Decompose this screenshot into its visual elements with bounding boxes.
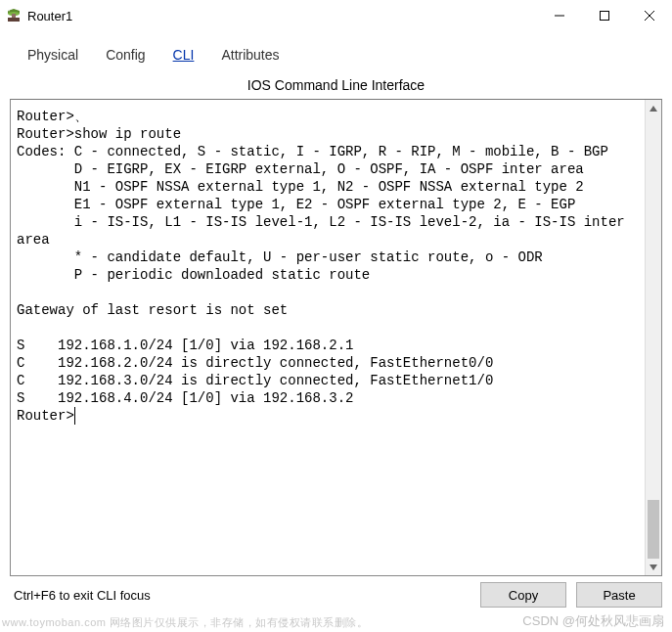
panel-title: IOS Command Line Interface [0, 69, 672, 99]
tab-attributes[interactable]: Attributes [207, 41, 292, 68]
scroll-down-icon[interactable] [646, 559, 661, 575]
copy-button[interactable]: Copy [480, 582, 566, 608]
tab-physical[interactable]: Physical [14, 41, 92, 68]
terminal-cursor [74, 407, 83, 425]
cli-focus-hint: Ctrl+F6 to exit CLI focus [14, 588, 470, 603]
tab-cli[interactable]: CLI [159, 41, 208, 68]
scroll-thumb[interactable] [648, 500, 659, 559]
router-icon [6, 8, 22, 23]
tab-config[interactable]: Config [92, 41, 158, 68]
paste-button[interactable]: Paste [576, 582, 662, 608]
watermark-left: www.toymoban.com 网络图片仅供展示，非存储，如有侵权请联系删除。 [2, 615, 368, 630]
maximize-button[interactable] [582, 0, 627, 31]
window-controls [537, 0, 672, 31]
window-title: Router1 [27, 9, 537, 23]
footer-bar: Ctrl+F6 to exit CLI focus Copy Paste [0, 576, 672, 608]
close-button[interactable] [627, 0, 672, 31]
cli-terminal-frame: Router>、 Router>show ip route Codes: C -… [10, 99, 662, 576]
terminal-prompt: Router> [17, 407, 74, 425]
minimize-button[interactable] [537, 0, 582, 31]
tab-bar: Physical Config CLI Attributes [0, 31, 672, 69]
svg-rect-2 [8, 18, 20, 22]
scroll-up-icon[interactable] [646, 100, 661, 116]
scroll-track[interactable] [646, 116, 661, 559]
window-titlebar: Router1 [0, 0, 672, 31]
terminal-output: Router>、 Router>show ip route Codes: C -… [17, 109, 633, 406]
watermark-right: CSDN @何处秋风悲画扇 [522, 612, 664, 630]
terminal-scrollbar[interactable] [645, 100, 661, 575]
cli-terminal[interactable]: Router>、 Router>show ip route Codes: C -… [11, 100, 645, 575]
svg-rect-6 [601, 12, 609, 21]
